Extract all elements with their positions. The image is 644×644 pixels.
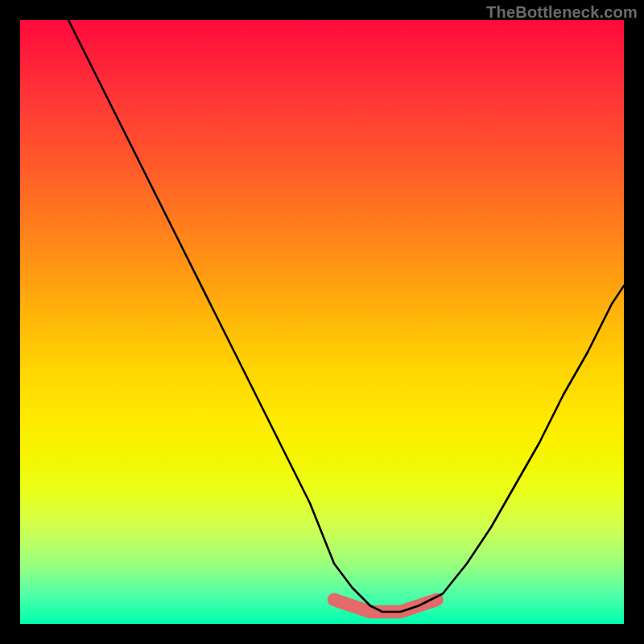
plot-area	[20, 20, 624, 624]
highlight-band-series	[334, 600, 437, 612]
chart-frame: TheBottleneck.com	[0, 0, 644, 644]
bottleneck-curve-path	[68, 20, 624, 612]
chart-svg	[20, 20, 624, 624]
highlight-band-path	[334, 600, 437, 612]
watermark-text: TheBottleneck.com	[486, 3, 638, 22]
bottleneck-curve-series	[68, 20, 624, 612]
